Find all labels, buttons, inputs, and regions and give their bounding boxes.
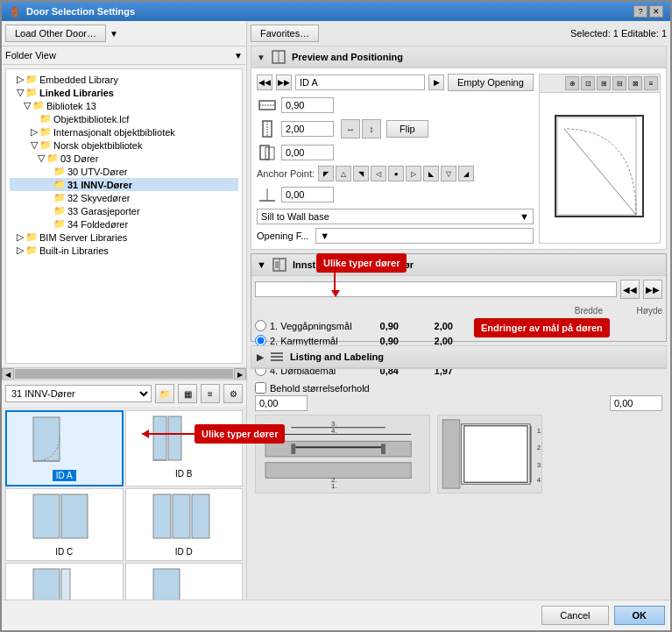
col-hoyde-header: Høyde	[610, 306, 662, 316]
tree-item-bibliotek[interactable]: ▽ 📁 Bibliotek 13	[10, 99, 238, 112]
add-folder-button[interactable]: 📁	[155, 384, 174, 403]
width-input[interactable]	[281, 97, 334, 113]
id-right-button[interactable]: ▶	[428, 75, 444, 90]
size-1-bredde: 0,90	[367, 321, 399, 331]
settings-button[interactable]: ⚙	[223, 384, 243, 403]
thumbnail-id-e[interactable]: ID E	[5, 563, 124, 600]
tree-item-embedded[interactable]: ▷ 📁 Embedded Library	[10, 73, 238, 86]
offset-input[interactable]	[281, 187, 334, 202]
opening-dropdown[interactable]: ▼	[315, 228, 534, 244]
prev-id-button[interactable]: ◀◀	[257, 75, 272, 90]
flip-button[interactable]: Flip	[386, 120, 428, 138]
anchor-label: Anchor Point:	[257, 168, 315, 179]
preserve-ratio-checkbox[interactable]	[255, 382, 266, 394]
preview-tool-6[interactable]: ≡	[644, 76, 658, 90]
inner-door-header[interactable]: ▼ Innstillinger innvendig dør	[251, 254, 666, 276]
anchor-br-icon[interactable]: ◢	[458, 166, 474, 181]
folder-view-row: Folder View ▼	[2, 46, 246, 65]
tree-label: Embedded Library	[39, 75, 118, 85]
innv-next-btn[interactable]: ▶▶	[643, 280, 662, 299]
tree-item-33gar[interactable]: ▷ 📁 33 Garasjeporter	[10, 204, 238, 217]
anchor-tr-icon[interactable]: ◥	[353, 166, 369, 181]
empty-opening-button[interactable]: Empty Opening	[448, 74, 534, 91]
ok-button[interactable]: OK	[614, 606, 666, 625]
dropdown-arrow-icon: ▼	[110, 29, 118, 39]
tree-item-builtin[interactable]: ▷ 📁 Built-in Libraries	[10, 244, 238, 257]
folder-view-dropdown-icon[interactable]: ▼	[234, 51, 243, 60]
col-size-label	[255, 306, 557, 316]
preview-tool-5[interactable]: ⊠	[628, 76, 642, 90]
folder-icon: 📁	[39, 126, 52, 138]
collapse-arrow-icon: ▼	[257, 53, 265, 62]
sill-dropdown[interactable]: Sill to Wall base ▼	[257, 209, 534, 224]
width-icon	[257, 95, 278, 116]
z-icon	[257, 142, 278, 163]
grid-view-button[interactable]: ▦	[178, 384, 197, 403]
close-button[interactable]: ✕	[649, 5, 663, 18]
flip-v-icon[interactable]: ↕	[362, 119, 381, 138]
svg-text:1.: 1.	[331, 482, 337, 490]
size-row-1: 1. Veggåpningsmål 0,90 2,00	[255, 319, 662, 332]
flip-h-icon[interactable]: ↔	[341, 119, 360, 138]
thumbnail-id-c[interactable]: ID C	[5, 488, 124, 561]
help-button[interactable]: ?	[633, 5, 647, 18]
expand-icon: ▽	[17, 87, 24, 98]
innv-prev-btn[interactable]: ◀◀	[620, 280, 640, 299]
anchor-ml-icon[interactable]: ◁	[371, 166, 386, 181]
cancel-button[interactable]: Cancel	[541, 606, 608, 625]
favorites-button[interactable]: Favorites…	[251, 25, 319, 42]
diag-input-1[interactable]	[255, 395, 308, 411]
size-1-hoyde: 2,00	[421, 321, 453, 331]
tree-item-03dorer[interactable]: ▽ 📁 03 Dører	[10, 152, 238, 165]
anchor-bl-icon[interactable]: ◣	[423, 166, 439, 181]
tree-item-32sky[interactable]: ▷ 📁 32 Skyvedører	[10, 191, 238, 204]
tree-item-intern[interactable]: ▷ 📁 Internasjonalt objektbibliotek	[10, 125, 238, 138]
anchor-bc-icon[interactable]: ▽	[441, 166, 456, 181]
tree-item-30utv[interactable]: ▷ 📁 30 UTV-Dører	[10, 165, 238, 178]
next-id-button[interactable]: ▶▶	[276, 75, 292, 90]
thumbnail-id-d[interactable]: ID D	[125, 488, 244, 561]
load-door-button[interactable]: Load Other Door…	[5, 25, 106, 42]
tree-item-objlcf[interactable]: ▷ 📁 Objektbibliotek.lcf	[10, 112, 238, 125]
anchor-tl-icon[interactable]: ◤	[318, 166, 334, 181]
anchor-mr-icon[interactable]: ▷	[406, 166, 421, 181]
height-input[interactable]	[281, 121, 334, 137]
z-input[interactable]	[281, 145, 334, 160]
innv-main-input[interactable]	[255, 281, 617, 297]
preview-tool-4[interactable]: ⊟	[612, 76, 626, 90]
anchor-mc-icon[interactable]: ●	[388, 166, 404, 181]
id-input[interactable]	[295, 75, 425, 90]
expand-icon: ▷	[17, 231, 24, 243]
height-icon	[257, 118, 278, 139]
types-callout-box: Ulike typer dører	[316, 253, 407, 273]
tree-item-bim[interactable]: ▷ 📁 BIM Server Libraries	[10, 231, 238, 244]
diag-input-2[interactable]	[610, 395, 662, 411]
preview-tool-1[interactable]: ⊕	[565, 76, 579, 90]
tree-label: 30 UTV-Dører	[67, 167, 127, 177]
offset-icon	[257, 184, 278, 205]
door-svg-c	[29, 493, 99, 545]
folder-icon: 📁	[53, 205, 66, 217]
size-radio-1[interactable]	[255, 320, 266, 331]
tree-item-34fold[interactable]: ▷ 📁 34 Foldedører	[10, 217, 238, 231]
list-view-button[interactable]: ≡	[201, 384, 220, 403]
preview-tool-3[interactable]: ⊞	[597, 76, 611, 90]
h-scroll-thumb[interactable]	[15, 369, 233, 379]
thumbnail-id-b[interactable]: ID B	[125, 410, 244, 486]
tree-item-31innv[interactable]: ▷ 📁 31 INNV-Dører	[10, 178, 238, 191]
thumbnail-id-a[interactable]: ID A	[5, 410, 124, 486]
anchor-row: Anchor Point: ◤ △ ◥ ◁ ● ▷ ◣ ▽	[257, 166, 534, 181]
svg-text:3.: 3.	[537, 461, 542, 469]
preview-section-content: ◀◀ ▶▶ ▶ Empty Opening	[251, 68, 666, 249]
tree-item-linked[interactable]: ▽ 📁 Linked Libraries	[10, 86, 238, 99]
h-scroll-left-btn[interactable]: ◀	[2, 368, 14, 380]
anchor-tc-icon[interactable]: △	[336, 166, 351, 181]
tree-item-norsk[interactable]: ▽ 📁 Norsk objektbibliotek	[10, 138, 238, 152]
h-scroll-right-btn[interactable]: ▶	[234, 368, 246, 380]
listing-section-header[interactable]: ▶ Listing and Labeling	[251, 346, 666, 368]
preview-section-header[interactable]: ▼ Preview and Positioning	[251, 46, 666, 68]
thumbnail-id-f[interactable]: ID F	[125, 563, 244, 600]
tree-label: 03 Dører	[60, 153, 98, 164]
preview-tool-2[interactable]: ⊡	[581, 76, 595, 90]
folder-selector[interactable]: 31 INNV-Dører	[5, 385, 152, 402]
